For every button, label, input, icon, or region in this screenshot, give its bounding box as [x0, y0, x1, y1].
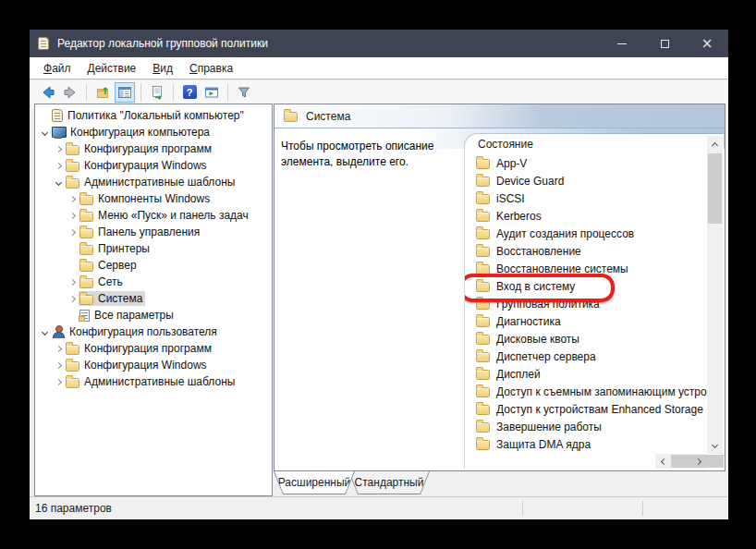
tree-item[interactable]: Конфигурация программ	[35, 140, 272, 157]
tree-item[interactable]: Конфигурация программ	[35, 340, 272, 357]
folder-icon	[476, 177, 490, 187]
expander-collapsed[interactable]	[52, 375, 65, 388]
list-item[interactable]: Диспетчер сервера	[465, 348, 708, 365]
tab-standard[interactable]: Стандартный	[348, 471, 430, 494]
list-item[interactable]: Восстановление системы	[465, 260, 708, 277]
expander-collapsed[interactable]	[66, 275, 79, 288]
details-header: Система	[274, 104, 725, 128]
expander-collapsed[interactable]	[52, 159, 65, 172]
tree-item[interactable]: Сервер	[35, 257, 272, 274]
menu-item-view[interactable]: Вид	[144, 59, 181, 78]
expander-collapsed[interactable]	[66, 192, 79, 205]
tab-extended[interactable]: Расширенный	[274, 471, 355, 494]
list-item[interactable]: Дисплей	[465, 365, 708, 383]
folder-icon	[66, 345, 79, 355]
expander-expanded[interactable]	[38, 325, 51, 338]
chevron-right-icon	[68, 195, 75, 201]
list-item[interactable]: Дисковые квоты	[465, 330, 708, 348]
menu-item-file[interactable]: Файл	[35, 59, 79, 78]
minimize-button[interactable]	[601, 30, 643, 57]
list-item[interactable]: Доступ к устройствам Enhanced Storage	[465, 400, 708, 418]
app-icon	[38, 37, 49, 50]
list-item[interactable]: Аудит создания процессов	[465, 225, 708, 242]
chevron-right-icon	[55, 162, 61, 168]
list-item[interactable]: Восстановление	[465, 242, 708, 260]
tree-item-label: Принтеры	[98, 242, 150, 255]
chevron-left-icon	[661, 458, 667, 464]
tree-item[interactable]: Политика "Локальный компьютер"	[35, 107, 272, 124]
tree-item[interactable]: Конфигурация пользователя	[35, 323, 272, 340]
back-button[interactable]	[38, 82, 58, 103]
console-tree-panel[interactable]: Политика "Локальный компьютер"Конфигурац…	[34, 104, 273, 496]
maximize-button[interactable]	[643, 30, 686, 57]
tree-item[interactable]: Административные шаблоны	[35, 373, 272, 390]
list-item[interactable]: App-V	[465, 154, 708, 172]
tree-item[interactable]: Все параметры	[35, 307, 272, 323]
close-button[interactable]: ×	[686, 30, 728, 57]
menu-item-action[interactable]: Действие	[79, 59, 145, 78]
scroll-down-arrow[interactable]	[707, 438, 723, 454]
expander-placeholder	[66, 309, 79, 322]
expander-expanded[interactable]	[52, 176, 65, 189]
tree-item-label: Конфигурация программ	[84, 142, 212, 155]
folder-icon	[476, 282, 490, 292]
expander-collapsed[interactable]	[66, 226, 79, 238]
export-list-button[interactable]	[147, 82, 167, 103]
expander-collapsed[interactable]	[66, 292, 79, 305]
expander-collapsed[interactable]	[66, 209, 79, 222]
list-item[interactable]: Доступ к съемным запоминающим устройства…	[465, 383, 708, 400]
details-panel: Система Чтобы просмотреть описание элеме…	[274, 104, 726, 471]
tree-item-body: Административные шаблоны	[65, 175, 238, 189]
up-one-level-button[interactable]	[92, 82, 113, 103]
scroll-right-arrow[interactable]	[692, 454, 707, 469]
list-item[interactable]: iSCSI	[465, 189, 708, 207]
details-body: Чтобы просмотреть описание элемента, выд…	[274, 128, 725, 470]
scroll-up-arrow[interactable]	[707, 136, 723, 152]
tree-item[interactable]: Принтеры	[35, 240, 272, 257]
vertical-scrollbar[interactable]	[707, 136, 723, 454]
menu-item-help[interactable]: Справка	[181, 59, 241, 78]
vertical-scroll-thumb[interactable]	[708, 153, 722, 224]
horizontal-scrollbar[interactable]	[655, 454, 707, 469]
tree-item-body: Конфигурация Windows	[65, 158, 210, 173]
tree-item[interactable]: Система	[35, 290, 272, 307]
expander-collapsed[interactable]	[52, 359, 65, 372]
list-item[interactable]: Device Guard	[465, 172, 708, 189]
list-item[interactable]: Защита DMA ядра	[465, 435, 708, 453]
tree-item[interactable]: Административные шаблоны	[35, 174, 272, 190]
forward-button[interactable]	[60, 82, 80, 103]
tree-item[interactable]: Конфигурация Windows	[35, 357, 272, 373]
tree-item[interactable]: Меню «Пуск» и панель задач	[35, 207, 272, 224]
list-item[interactable]: Групповая политика	[465, 295, 708, 312]
help-button[interactable]: ?	[179, 82, 200, 103]
tree-item[interactable]: Конфигурация Windows	[35, 157, 272, 174]
folder-icon	[66, 145, 79, 155]
tree-item-label: Конфигурация компьютера	[70, 126, 210, 139]
filter-button[interactable]	[234, 82, 254, 103]
tree-item-label: Конфигурация программ	[84, 342, 212, 355]
expander-collapsed[interactable]	[52, 342, 65, 355]
list-item[interactable]: Завершение работы	[465, 418, 708, 435]
toolbar-separator	[227, 84, 228, 101]
console-window-button[interactable]	[201, 82, 222, 103]
tree-item[interactable]: Конфигурация компьютера	[35, 124, 272, 140]
scroll-left-arrow[interactable]	[655, 454, 670, 469]
list-item[interactable]: Kerberos	[465, 207, 708, 225]
list-item-label: Групповая политика	[496, 298, 600, 311]
list-item[interactable]: Диагностика	[465, 312, 708, 330]
minimize-icon	[617, 43, 627, 44]
list-item-label: iSCSI	[496, 192, 525, 205]
tree-item[interactable]: Компоненты Windows	[35, 190, 272, 207]
description-text: Чтобы просмотреть описание элемента, выд…	[281, 139, 455, 170]
tree-item[interactable]: Сеть	[35, 274, 272, 290]
tree-item[interactable]: Панель управления	[35, 224, 272, 240]
tree-item-body: Система	[79, 291, 145, 306]
chevron-right-icon	[55, 378, 61, 384]
tree-item-label: Сеть	[98, 275, 123, 288]
list-item[interactable]: Вход в систему	[465, 277, 708, 295]
titlebar[interactable]: Редактор локальной групповой политики ×	[30, 30, 728, 57]
expander-collapsed[interactable]	[52, 142, 65, 155]
expander-expanded[interactable]	[38, 126, 51, 139]
show-console-tree-button[interactable]	[115, 82, 135, 103]
tree-item-body: Политика "Локальный компьютер"	[51, 108, 247, 123]
